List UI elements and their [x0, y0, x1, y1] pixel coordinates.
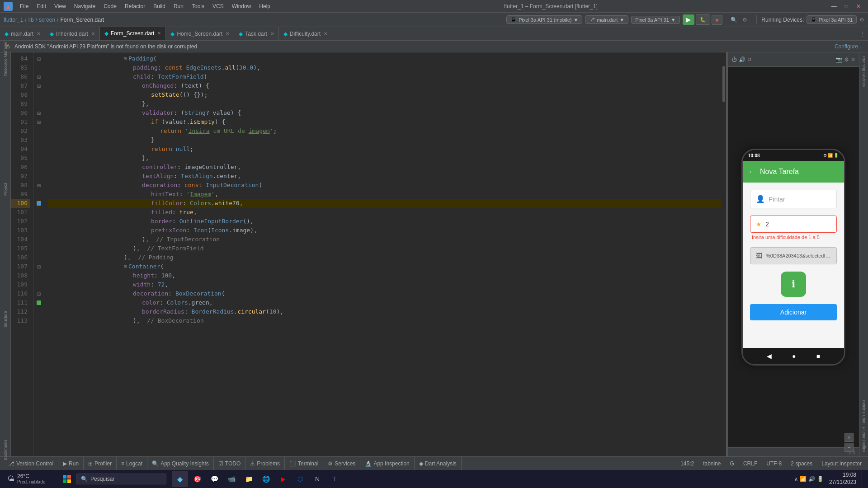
taskbar-app-folder[interactable]: 📁	[241, 471, 257, 487]
bottom-tab-problems[interactable]: ⚠ Problems	[245, 457, 285, 470]
close-tab-form[interactable]: ✕	[157, 31, 161, 36]
phone-image-field[interactable]: 🖼 %0D38A203413&selectedIndex=5	[750, 247, 837, 264]
fold-84[interactable]: ⊟	[35, 54, 42, 63]
status-position[interactable]: 145:2	[678, 460, 697, 467]
close-tab-difficulty[interactable]: ✕	[324, 31, 327, 36]
path-file[interactable]: Form_Screen.dart	[60, 17, 104, 23]
wifi-icon[interactable]: 📶	[800, 476, 807, 482]
status-encoding[interactable]: UTF-8	[764, 460, 784, 467]
sidebar-bookmarks[interactable]: Bookmarks	[1, 446, 10, 455]
fold-90[interactable]: ⊟	[35, 108, 42, 117]
menu-file[interactable]: File	[16, 2, 32, 10]
code-content[interactable]: ⊟Padding( padding: const EdgeInsets.all(…	[44, 52, 722, 456]
bottom-tab-services[interactable]: ⚙ Services	[323, 457, 360, 470]
phone-add-button[interactable]: Adicionar	[750, 304, 837, 320]
taskbar-app-edge[interactable]: ⬡	[292, 471, 308, 487]
bottom-tab-terminal[interactable]: ⬛ Terminal	[285, 457, 323, 470]
fold-107[interactable]: ⊟	[35, 262, 42, 271]
taskbar-app-flutter[interactable]: ◆	[172, 471, 188, 487]
close-tab-main[interactable]: ✕	[37, 31, 40, 36]
menu-vcs[interactable]: VCS	[209, 2, 227, 10]
branch-selector[interactable]: ⎇ main.dart ▼	[585, 15, 628, 24]
fold-91[interactable]: ⊟	[35, 117, 42, 127]
taskbar-app-youtube[interactable]: ▶	[275, 471, 291, 487]
menu-run[interactable]: Run	[170, 2, 187, 10]
sound-icon[interactable]: 🔊	[808, 476, 815, 482]
taskbar-app-discord[interactable]: 💬	[206, 471, 222, 487]
window-minimize[interactable]: —	[828, 2, 840, 10]
taskbar-clock[interactable]: 19:08 27/11/2023	[826, 472, 860, 486]
fold-86[interactable]: ⊟	[35, 72, 42, 81]
zoom-out-btn[interactable]: −	[844, 443, 854, 452]
path-project[interactable]: flutter_1	[4, 17, 23, 23]
zoom-in-btn[interactable]: +	[844, 433, 854, 442]
bottom-tab-inspection[interactable]: 🔬 App Inspection	[360, 457, 414, 470]
menu-build[interactable]: Build	[150, 2, 169, 10]
bottom-tab-logcat[interactable]: ≡ Logcat	[117, 457, 147, 470]
bottom-tab-todo[interactable]: ☑ TODO	[214, 457, 245, 470]
tray-up-arrow[interactable]: ∧	[794, 476, 798, 482]
menu-tools[interactable]: Tools	[188, 2, 208, 10]
run-config-selector[interactable]: Pixel 3a API 31 ▼	[631, 16, 680, 24]
running-devices-sidebar-label[interactable]: Running Devices	[862, 56, 866, 87]
phone-recent-btn[interactable]: ■	[816, 352, 820, 360]
menu-code[interactable]: Code	[100, 2, 120, 10]
phone-back-btn[interactable]: ◀	[767, 352, 772, 360]
tab-main-dart[interactable]: ◆ main.dart ✕	[0, 27, 45, 40]
window-maximize[interactable]: □	[841, 2, 852, 10]
vertical-scrollbar[interactable]	[722, 52, 726, 456]
menu-navigate[interactable]: Navigate	[71, 2, 99, 10]
phone-back-arrow[interactable]: ←	[748, 168, 755, 176]
layout-inspector-link[interactable]: Layout Inspector	[819, 460, 864, 467]
tab-inherited-dart[interactable]: ◆ Inherited.dart ✕	[45, 27, 100, 40]
tabnine-chat-label[interactable]: Tabnine Chat	[862, 399, 866, 423]
fold-98[interactable]: ⊟	[35, 181, 42, 190]
bottom-tab-version-control[interactable]: ⎇ Version Control	[4, 457, 58, 470]
menu-view[interactable]: View	[51, 2, 70, 10]
sidebar-resource-manager[interactable]: Resource Manager	[1, 54, 10, 63]
phone-difficulty-field[interactable]: ★ 2	[750, 216, 837, 233]
start-button[interactable]	[60, 472, 74, 486]
taskbar-app-task1[interactable]: 🎯	[189, 471, 205, 487]
bottom-tab-quality[interactable]: 🔍 App Quality Insights	[147, 457, 214, 470]
settings-device-icon[interactable]: ⚙	[844, 56, 849, 63]
menu-refactor[interactable]: Refactor	[121, 2, 149, 10]
taskbar-app-chrome[interactable]: 🌐	[258, 471, 274, 487]
taskbar-search[interactable]: 🔍 Pesquisar	[76, 474, 166, 484]
phone-name-field[interactable]: 👤 Pintar	[750, 190, 837, 208]
battery-icon[interactable]: 🔋	[817, 476, 824, 482]
weather-widget[interactable]: 🌤 26°C Pred. nublado	[4, 473, 58, 485]
close-tab-task[interactable]: ✕	[270, 31, 274, 36]
search-icon[interactable]: 🔍	[729, 16, 739, 24]
tab-difficulty-dart[interactable]: ◆ Difficulty.dart ✕	[279, 27, 332, 40]
path-lib[interactable]: lib	[28, 17, 34, 23]
stop-button[interactable]: ■	[712, 15, 723, 25]
settings-icon[interactable]: ⚙	[741, 16, 749, 24]
phone-fab[interactable]: ℹ	[781, 272, 806, 297]
debug-button[interactable]: 🐛	[696, 14, 710, 25]
window-close[interactable]: ✕	[853, 2, 864, 10]
menu-window[interactable]: Window	[228, 2, 255, 10]
power-icon[interactable]: ⏻	[731, 56, 737, 63]
taskbar-app-notion[interactable]: N	[309, 471, 326, 487]
bottom-tab-dart-analysis[interactable]: ◆ Dart Analysis	[415, 457, 462, 470]
status-indent[interactable]: 2 spaces	[788, 460, 815, 467]
bottom-tab-run[interactable]: ▶ Run	[58, 457, 84, 470]
tabs-overflow-btn[interactable]: ⋮	[857, 27, 868, 40]
status-tabnine[interactable]: tabnine	[700, 460, 723, 467]
tab-home-screen-dart[interactable]: ◆ Home_Screen.dart ✕	[166, 27, 234, 40]
path-screen[interactable]: screen	[39, 17, 55, 23]
menu-edit[interactable]: Edit	[33, 2, 50, 10]
screenshot-icon[interactable]: 📷	[835, 56, 842, 63]
status-line-sep[interactable]: CRLF	[741, 460, 760, 467]
flutter-outline-label[interactable]: Flutter Outline	[862, 427, 866, 453]
taskbar-app-zoom[interactable]: 📹	[223, 471, 240, 487]
volume-icon[interactable]: 🔊	[739, 56, 745, 63]
phone-home-btn[interactable]: ●	[792, 352, 796, 360]
sidebar-project[interactable]: Project	[1, 185, 10, 194]
fold-87[interactable]: ⊟	[35, 81, 42, 90]
close-tab-home[interactable]: ✕	[226, 31, 229, 36]
tab-task-dart[interactable]: ◆ Task.dart ✕	[234, 27, 279, 40]
device-selector[interactable]: 📱 Pixel 3a API 31 (mobile) ▼	[506, 15, 582, 24]
fold-110[interactable]: ⊟	[35, 289, 42, 298]
